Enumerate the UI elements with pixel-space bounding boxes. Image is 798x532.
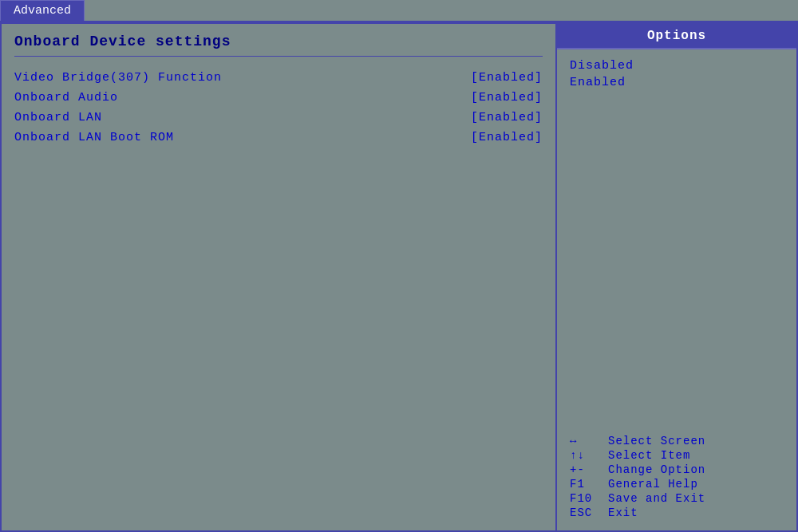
setting-value: [Enabled]	[471, 91, 543, 104]
setting-row[interactable]: Onboard LAN Boot ROM[Enabled]	[14, 129, 543, 146]
setting-name: Onboard LAN	[14, 111, 102, 124]
option-item[interactable]: Disabled	[570, 59, 784, 73]
setting-name: Onboard Audio	[14, 91, 118, 104]
help-row: ↑↓Select Item	[570, 449, 784, 462]
menu-bar: Advanced	[0, 0, 798, 22]
help-key: +-	[570, 463, 608, 476]
help-desc: Change Option	[608, 463, 705, 476]
options-content: DisabledEnabled	[557, 49, 796, 428]
menu-tab-advanced[interactable]: Advanced	[0, 0, 85, 21]
help-row: +-Change Option	[570, 463, 784, 476]
setting-row[interactable]: Onboard LAN[Enabled]	[14, 109, 543, 126]
setting-value: [Enabled]	[471, 111, 543, 124]
setting-name: Onboard LAN Boot ROM	[14, 131, 174, 144]
left-panel: Onboard Device settings Video Bridge(307…	[2, 24, 557, 530]
help-desc: Select Item	[608, 449, 690, 462]
help-list: ↔Select Screen↑↓Select Item+-Change Opti…	[570, 435, 784, 519]
setting-value: [Enabled]	[471, 131, 543, 144]
options-header: Options	[557, 24, 796, 49]
option-item[interactable]: Enabled	[570, 76, 784, 89]
help-row: ESCExit	[570, 506, 784, 519]
help-key: ↑↓	[570, 449, 608, 462]
settings-list: Video Bridge(307) Function[Enabled]Onboa…	[14, 69, 543, 146]
setting-value: [Enabled]	[471, 71, 543, 85]
help-key: F1	[570, 478, 608, 491]
help-desc: Select Screen	[608, 435, 705, 447]
help-key: ↔	[570, 435, 608, 447]
help-row: F10Save and Exit	[570, 492, 784, 505]
help-key: F10	[570, 492, 608, 505]
help-key: ESC	[570, 506, 608, 519]
section-title: Onboard Device settings	[14, 33, 543, 49]
help-row: ↔Select Screen	[570, 435, 784, 447]
setting-row[interactable]: Video Bridge(307) Function[Enabled]	[14, 69, 543, 86]
options-list: DisabledEnabled	[570, 59, 784, 89]
main-content: Onboard Device settings Video Bridge(307…	[0, 22, 798, 532]
right-panel: Options DisabledEnabled ↔Select Screen↑↓…	[557, 24, 796, 530]
help-section: ↔Select Screen↑↓Select Item+-Change Opti…	[557, 428, 796, 530]
setting-name: Video Bridge(307) Function	[14, 71, 222, 85]
section-divider	[14, 56, 543, 57]
help-desc: Save and Exit	[608, 492, 705, 505]
setting-row[interactable]: Onboard Audio[Enabled]	[14, 89, 543, 106]
help-desc: Exit	[608, 506, 638, 519]
help-desc: General Help	[608, 478, 698, 491]
help-row: F1General Help	[570, 478, 784, 491]
bios-screen: Advanced Onboard Device settings Video B…	[0, 0, 798, 532]
